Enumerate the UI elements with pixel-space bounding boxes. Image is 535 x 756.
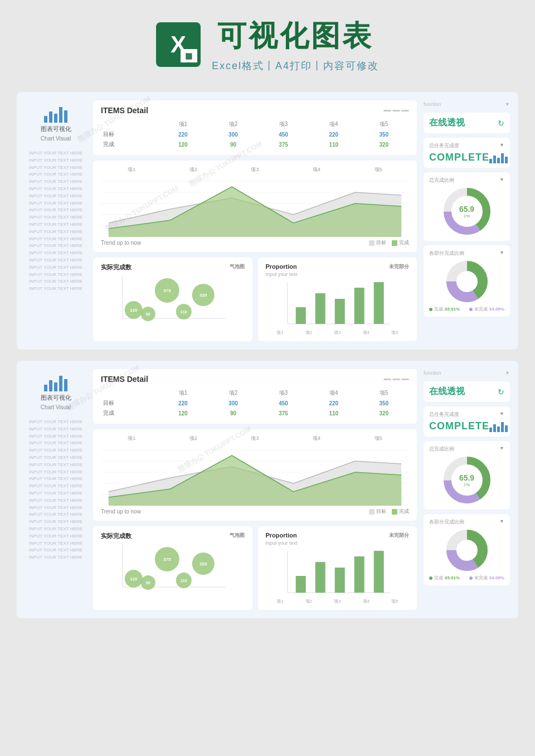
items-cell: 220 xyxy=(158,398,208,408)
items-col-header: 项4 xyxy=(309,119,359,129)
bottom-charts-row: 实际完成数 气泡图 120 90 375 xyxy=(93,258,417,341)
donut-chart-3: 65.9 1% xyxy=(429,455,504,505)
svg-text:375: 375 xyxy=(163,557,171,562)
donut-chart-2 xyxy=(429,259,504,304)
items-table-2: 项1项2项3项4项5 目标220300450220350完成1209037511… xyxy=(101,388,409,418)
svg-rect-54 xyxy=(315,562,325,593)
legend-complete-2: 完成 xyxy=(392,508,409,515)
svg-rect-56 xyxy=(354,556,364,593)
ratio-label-2: 总完成比例 ▼ xyxy=(429,445,504,453)
svg-text:320: 320 xyxy=(200,293,207,298)
refresh-icon: ↻ xyxy=(498,119,504,128)
mini-bar-chart xyxy=(489,152,508,163)
items-col-header: 项5 xyxy=(359,119,409,129)
bubble-title: 实际完成数 气泡图 xyxy=(101,263,245,272)
side-text-2: INPUT YOUR TEXT HERE INPUT YOUR TEXT HER… xyxy=(25,419,86,561)
line-label: 项4 xyxy=(313,166,320,173)
items-cell: 300 xyxy=(208,398,258,408)
svg-rect-57 xyxy=(373,551,383,593)
donut-chart-1: 65.9 1% xyxy=(429,186,504,236)
chart-sublabel-2: Chart Visual xyxy=(41,404,71,410)
items-cell: 90 xyxy=(208,139,258,149)
svg-text:320: 320 xyxy=(200,561,207,566)
trend-legend-2: 目标 完成 xyxy=(369,508,409,515)
legend-complete-item-2: 完成 65.91% xyxy=(429,575,460,581)
chart-label: 图表可视化 xyxy=(41,125,71,133)
svg-rect-55 xyxy=(334,568,344,593)
line-chart-svg xyxy=(101,176,409,237)
items-col-header: 项5 xyxy=(359,388,409,398)
proportion-title-2: Proportion 未完部分 xyxy=(266,532,410,539)
items-cell: 350 xyxy=(359,398,409,408)
legend-target: 目标 xyxy=(369,239,386,246)
line-chart-panel-2: 项1项2项3项4项5 Trend up to now xyxy=(93,429,417,521)
ratio-label: 总完成比例 ▼ xyxy=(429,177,504,184)
donut-center-3: 65.9 1% xyxy=(459,473,474,487)
legend-target-2: 目标 xyxy=(369,508,386,515)
task-label: 总任务完成度 ▼ xyxy=(429,142,504,149)
parts-ratio-box-2: 各部分完成比例 ▼ 完成 65.91% 未完成 xyxy=(424,514,510,585)
line-chart-panel: 项1项2项3项4项5 Trend up t xyxy=(93,161,417,252)
svg-rect-21 xyxy=(295,307,305,324)
line-label: 项1 xyxy=(128,435,135,442)
donut-legend-2: 完成 65.91% 未完成 34.09% xyxy=(429,575,504,581)
bubble-chart-svg-2: 120 90 375 320 110 xyxy=(101,542,245,593)
svg-text:375: 375 xyxy=(163,288,171,293)
dashboard-card-1: 熊猫办公 TUKUPPT.COM 熊猫办公 TUKUPPT.COM 熊猫办公 T… xyxy=(17,92,518,350)
line-chart-svg-2 xyxy=(101,444,409,506)
excel-logo-icon xyxy=(156,22,201,67)
complete-text: COMPLETE xyxy=(429,152,489,163)
dashboard-left-panel-2: 图表可视化 Chart Visual INPUT YOUR TEXT HERE … xyxy=(25,369,86,610)
side-text: INPUT YOUR TEXT HERE INPUT YOUR TEXT HER… xyxy=(25,150,86,293)
bubble-chart-panel-2: 实际完成数 气泡图 120 90 375 320 xyxy=(93,526,252,610)
line-label: 项1 xyxy=(128,166,135,173)
items-cell: 375 xyxy=(259,408,309,418)
task-complete-box-2: 总任务完成度 ▼ COMPLETE xyxy=(424,406,510,437)
items-col-header: 项3 xyxy=(259,388,309,398)
legend-complete: 完成 xyxy=(392,239,409,246)
svg-rect-22 xyxy=(315,293,325,324)
line-label: 项5 xyxy=(374,435,382,442)
items-col-header: 项1 xyxy=(158,388,208,398)
chart-icon-area: 图表可视化 Chart Visual xyxy=(41,106,71,142)
table-row: 完成12090375110320 xyxy=(101,139,409,149)
items-col-header: 项2 xyxy=(208,119,258,129)
online-box-2[interactable]: 在线透视 ↻ xyxy=(424,381,510,402)
proportion-subtitle: Input your text xyxy=(266,272,410,277)
svg-rect-25 xyxy=(373,282,383,324)
items-col-header: 项1 xyxy=(158,119,208,129)
items-col-header xyxy=(101,119,158,129)
line-label: 项4 xyxy=(313,435,320,442)
proportion-chart-svg xyxy=(266,279,410,329)
trend-label: Trend up to now 目标 完成 xyxy=(101,239,409,246)
complete-text-2: COMPLETE xyxy=(429,420,489,432)
items-col-header: 项2 xyxy=(208,388,258,398)
proportion-x-labels-2: 项1项2项3项4项5 xyxy=(266,598,410,604)
online-box[interactable]: 在线透视 ↻ xyxy=(424,113,510,133)
line-label: 项2 xyxy=(189,166,197,173)
task-label-2: 总任务完成度 ▼ xyxy=(429,411,504,418)
bubble-title-2: 实际完成数 气泡图 xyxy=(101,532,245,540)
trend-legend: 目标 完成 xyxy=(369,239,409,246)
proportion-chart-panel: Proportion 未完部分 Input your text xyxy=(258,258,417,341)
items-detail-panel: ITEMS Detail 项1项2项3项4项5 目标22030045022035… xyxy=(93,100,417,155)
bubble-chart-panel: 实际完成数 气泡图 120 90 375 xyxy=(93,258,252,341)
svg-text:90: 90 xyxy=(146,581,150,585)
page-title: 可视化图表 xyxy=(212,17,379,56)
refresh-icon-2: ↻ xyxy=(498,387,504,396)
svg-text:120: 120 xyxy=(130,576,138,581)
bottom-charts-row-2: 实际完成数 气泡图 120 90 375 320 xyxy=(93,526,417,610)
items-row-label: 完成 xyxy=(101,139,158,149)
mini-bar-chart-2 xyxy=(489,421,508,432)
chart-label-2: 图表可视化 xyxy=(41,394,71,402)
bubble-chart-svg: 120 90 375 320 110 xyxy=(101,274,245,324)
online-label-2: 在线透视 xyxy=(429,386,465,398)
items-row-label: 目标 xyxy=(101,129,158,139)
items-cell: 110 xyxy=(309,408,359,418)
line-chart-x-labels-2: 项1项2项3项4项5 xyxy=(101,435,409,442)
proportion-x-labels: 项1项2项3项4项5 xyxy=(266,329,410,336)
function-header: function ▼ xyxy=(424,100,510,108)
chart-icon-area-2: 图表可视化 Chart Visual xyxy=(41,375,71,410)
page-subtitle: Excel格式丨A4打印丨内容可修改 xyxy=(212,59,379,72)
chart-sublabel: Chart Visual xyxy=(41,135,71,142)
